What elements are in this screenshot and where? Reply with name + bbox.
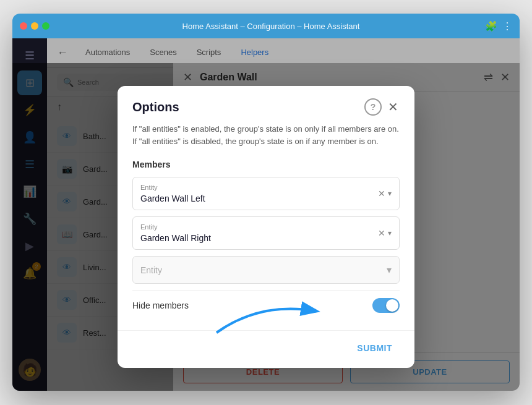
entity-field-1-actions: ✕ ▾ (378, 189, 392, 198)
modal-body: If "all entities" is enabled, the group'… (118, 123, 414, 330)
entity-empty-dropdown-icon[interactable]: ▾ (387, 264, 392, 276)
browser-toolbar: 🧩 ⋮ (485, 20, 512, 32)
modal-overlay[interactable]: Options ? ✕ If "all entities" is enabled… (12, 63, 520, 391)
hide-members-row: Hide members (132, 290, 400, 320)
options-modal: Options ? ✕ If "all entities" is enabled… (118, 86, 414, 368)
entity-field-1-value: Garden Wall Left (140, 194, 392, 203)
modal-header: Options ? ✕ (118, 86, 414, 123)
toggle-thumb (386, 299, 398, 312)
entity-field-1-dropdown[interactable]: ▾ (388, 189, 392, 198)
minimize-traffic-light[interactable] (31, 22, 38, 30)
modal-close-button[interactable]: ✕ (387, 98, 400, 116)
hide-members-toggle[interactable] (372, 298, 400, 313)
entity-field-empty-label: Entity (140, 265, 162, 275)
submit-button[interactable]: SUBMIT (350, 338, 400, 358)
members-section-title: Members (132, 160, 400, 169)
entity-field-2-clear[interactable]: ✕ (378, 228, 385, 238)
entity-field-2-value: Garden Wall Right (140, 233, 392, 243)
close-traffic-light[interactable] (20, 22, 27, 30)
modal-description: If "all entities" is enabled, the group'… (132, 123, 400, 147)
browser-title: Home Assistant – Configuration – Home As… (57, 22, 485, 31)
entity-field-2-label: Entity (140, 223, 392, 231)
entity-field-2-dropdown[interactable]: ▾ (388, 229, 392, 237)
maximize-traffic-light[interactable] (42, 22, 49, 30)
entity-field-empty[interactable]: Entity ▾ (132, 256, 400, 284)
entity-field-1[interactable]: Entity Garden Wall Left ✕ ▾ (132, 177, 400, 210)
help-icon[interactable]: ? (364, 98, 382, 116)
traffic-lights (20, 22, 49, 30)
browser-titlebar: Home Assistant – Configuration – Home As… (12, 14, 520, 38)
more-icon[interactable]: ⋮ (502, 20, 512, 32)
modal-title: Options (132, 100, 359, 114)
modal-footer: SUBMIT (118, 330, 414, 368)
entity-field-2[interactable]: Entity Garden Wall Right ✕ ▾ (132, 216, 400, 250)
entity-field-2-actions: ✕ ▾ (378, 228, 392, 238)
entity-field-1-label: Entity (140, 184, 392, 191)
puzzle-icon[interactable]: 🧩 (485, 20, 497, 32)
entity-field-1-clear[interactable]: ✕ (378, 189, 385, 198)
hide-members-label: Hide members (132, 301, 372, 310)
